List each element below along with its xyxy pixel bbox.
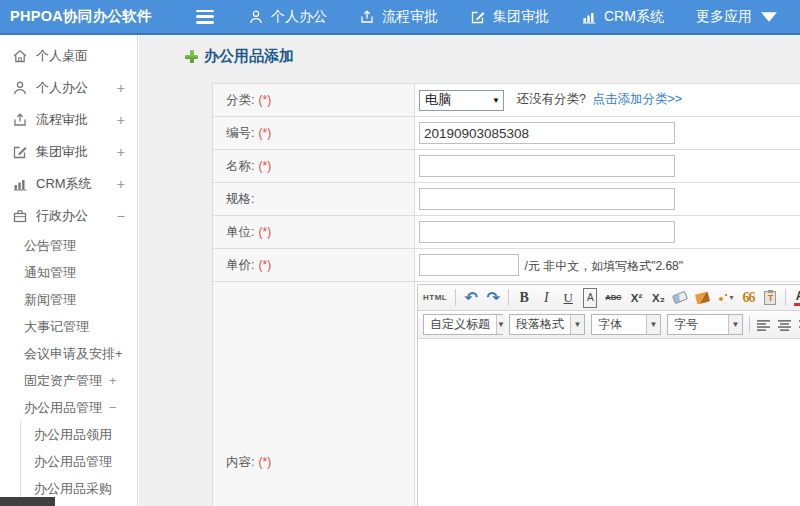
toolbar-separator [785,289,786,306]
superscript-button[interactable]: X² [629,288,643,308]
expand-minus[interactable]: − [117,208,125,224]
sidebar-submenu: 公告管理 通知管理 新闻管理 大事记管理 会议申请及安排+ 固定资产管理+ 办公… [0,232,137,421]
sidebar-item-milestones[interactable]: 大事记管理 [0,313,137,340]
field-label: 内容:(*) [213,282,415,506]
strikethrough-button[interactable]: ABC [605,288,621,308]
field-label: 单价:(*) [213,249,415,282]
field-label: 编号:(*) [213,117,415,150]
toolbar-separator [508,289,509,306]
hamburger-menu-icon[interactable] [196,10,216,24]
sidebar-item-fixed-assets[interactable]: 固定资产管理+ [0,367,137,394]
sidebar-label: 个人桌面 [36,47,88,65]
user-icon [248,9,264,25]
form-row-content: 内容:(*) HTML ↶ ↷ B I U A ABC X² [213,282,800,506]
add-category-link[interactable]: 点击添加分类>> [592,92,682,106]
nav-crm-system[interactable]: CRM系统 [581,8,664,26]
editor-content-area[interactable] [418,339,800,506]
field-label: 名称:(*) [213,150,415,183]
nav-more-apps[interactable]: 更多应用 [696,8,777,26]
expand-plus[interactable]: + [117,144,125,160]
expand-plus[interactable]: + [109,373,117,388]
paste-as-text-icon[interactable]: T [763,288,777,308]
caret-down-icon: ▼ [492,96,500,105]
expand-plus[interactable]: + [117,176,125,192]
nav-group-approval[interactable]: 集团审批 [470,8,549,26]
category-select[interactable]: 电脑 ▼ [419,90,504,111]
sidebar-item-desktop[interactable]: 个人桌面 [0,40,137,72]
toolbar-separator [749,316,750,333]
edit-icon [470,9,486,25]
nav-personal-office[interactable]: 个人办公 [248,8,327,26]
form-row-name: 名称:(*) [213,150,800,183]
sidebar-item-meetings[interactable]: 会议申请及安排+ [0,340,137,367]
nav-label: 更多应用 [696,8,752,26]
nav-label: 个人办公 [271,8,327,26]
sidebar-item-office-supplies[interactable]: 办公用品管理− [0,394,137,421]
sidebar-item-group-approval[interactable]: 集团审批 + [0,136,137,168]
format-brush-icon[interactable] [695,288,709,308]
sidebar-item-notices[interactable]: 通知管理 [0,259,137,286]
html-source-button[interactable]: HTML [423,288,447,308]
font-size-select[interactable]: 字号▼ [667,314,743,335]
required-mark: (*) [258,258,271,272]
bar-chart-icon [581,9,597,25]
nav-label: 流程审批 [382,8,438,26]
underline-button[interactable]: U [561,288,575,308]
flow-approval-icon [359,9,375,25]
required-mark: (*) [258,93,271,107]
align-center-icon[interactable] [777,319,792,331]
field-label: 规格: [213,183,415,216]
expand-minus[interactable]: − [109,400,117,415]
redo-icon[interactable]: ↷ [486,288,500,308]
sidebar-item-personal-office[interactable]: 个人办公 + [0,72,137,104]
unit-input[interactable] [419,221,675,243]
spec-input[interactable] [419,188,675,210]
price-input[interactable] [419,254,519,276]
name-input[interactable] [419,155,675,177]
caret-down-icon: ▼ [646,315,660,334]
sidebar-item-announcements[interactable]: 公告管理 [0,232,137,259]
toolbar-separator [455,289,456,306]
required-mark: (*) [258,455,271,469]
custom-title-select[interactable]: 自定义标题▼ [423,314,503,335]
eraser-icon[interactable] [673,288,687,308]
subscript-button[interactable]: X₂ [651,288,665,308]
sidebar-item-news[interactable]: 新闻管理 [0,286,137,313]
italic-button[interactable]: I [539,288,553,308]
sidebar-subsubmenu: 办公用品领用 办公用品管理 办公用品采购 [20,421,137,502]
sidebar-label: 集团审批 [36,143,88,161]
sidebar-item-supply-manage[interactable]: 办公用品管理 [21,448,137,475]
sidebar-item-crm[interactable]: CRM系统 + [0,168,137,200]
flow-approval-icon [12,112,28,128]
form-row-code: 编号:(*) [213,117,800,150]
form-row-unit: 单位:(*) [213,216,800,249]
briefcase-icon [12,208,28,224]
caret-down-icon: ▼ [728,315,742,334]
add-plus-icon [185,50,198,63]
editor-toolbar-row1: HTML ↶ ↷ B I U A ABC X² X₂ ▾ [418,285,800,311]
code-input[interactable] [419,122,675,144]
app-logo[interactable]: PHPOA协同办公软件 [10,7,190,26]
color-sparkle-icon[interactable]: ▾ [717,288,733,308]
align-left-icon[interactable] [756,319,771,331]
category-selected-value: 电脑 [425,91,451,109]
user-icon [12,80,28,96]
bold-button[interactable]: B [517,288,531,308]
caret-down-icon: ▼ [496,315,505,334]
sidebar-item-flow-approval[interactable]: 流程审批 + [0,104,137,136]
sidebar-label: CRM系统 [36,175,92,193]
font-family-select[interactable]: 字体▼ [591,314,661,335]
font-color-button[interactable]: A▾ [794,288,800,308]
undo-icon[interactable]: ↶ [464,288,478,308]
paragraph-format-select[interactable]: 段落格式▼ [509,314,585,335]
expand-plus[interactable]: + [117,112,125,128]
sidebar-label: 行政办公 [36,207,88,225]
nav-flow-approval[interactable]: 流程审批 [359,8,438,26]
sidebar-item-supply-collect[interactable]: 办公用品领用 [21,421,137,448]
form-row-price: 单价:(*) /元 非中文，如填写格式"2.68" [213,249,800,282]
char-border-button[interactable]: A [583,288,597,308]
main-content: 办公用品添加 分类:(*) 电脑 ▼ 还没有分类? 点击添加分类>> 编号:(*… [139,35,800,506]
expand-plus[interactable]: + [117,80,125,96]
sidebar-item-admin-office[interactable]: 行政办公 − [0,200,137,232]
blockquote-button[interactable]: 66 [741,288,755,308]
